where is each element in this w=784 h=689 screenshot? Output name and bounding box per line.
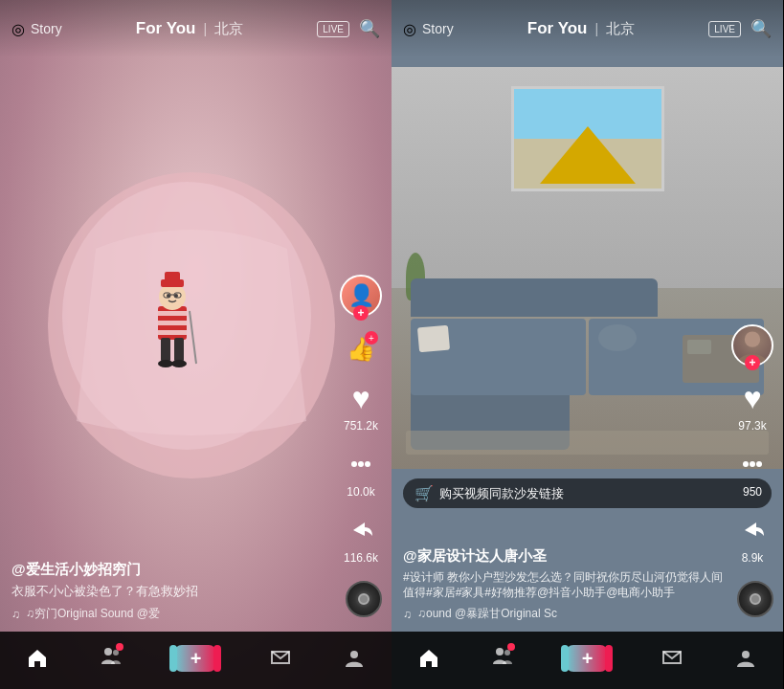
nav-friends-right[interactable] [492, 645, 513, 672]
avatar-container-right[interactable]: + [731, 324, 773, 367]
beijing-label-right[interactable]: 北京 [606, 20, 635, 38]
svg-point-29 [743, 461, 749, 467]
nav-divider-left: | [204, 21, 208, 36]
follow-plus-left[interactable]: + [353, 305, 369, 321]
comment-icon-left[interactable] [346, 449, 376, 479]
avatar-container-left[interactable]: 👤 + [340, 275, 382, 317]
heart-icon-right[interactable]: ♥ [744, 383, 762, 413]
nav-left-section-right: ◎ Story [403, 20, 454, 38]
description-left: 衣服不小心被染色了？有急救妙招 [11, 583, 334, 600]
nav-profile-right[interactable] [735, 648, 756, 669]
comment-icon-right[interactable] [737, 449, 768, 479]
for-you-label-right[interactable]: For You [527, 19, 588, 38]
bottom-info-right: @家居设计达人唐小圣 #设计师 教你小户型沙发怎么选？同时祝你历尽山河仍觉得人间… [403, 547, 726, 622]
nav-center-right: For You | 北京 [527, 19, 635, 38]
nav-home-left[interactable] [27, 648, 48, 669]
add-button-right[interactable]: + [566, 645, 608, 672]
svg-point-32 [496, 648, 504, 656]
svg-text:+: + [369, 333, 374, 344]
pillow-1 [417, 325, 450, 353]
music-disc-inner-left [358, 593, 370, 605]
live-badge-left[interactable]: LIVE [317, 21, 349, 37]
svg-point-6 [159, 283, 186, 310]
svg-point-31 [756, 461, 762, 467]
pillow-2 [598, 324, 637, 351]
nav-divider-right: | [595, 21, 599, 36]
heart-button-right[interactable]: ♥ 97.3k [734, 380, 771, 433]
share-icon-left[interactable] [346, 515, 376, 545]
music-note-right: ♫ [403, 608, 412, 621]
svg-rect-3 [158, 311, 187, 316]
username-right[interactable]: @家居设计达人唐小圣 [403, 547, 726, 566]
svg-point-25 [104, 648, 112, 656]
follow-plus-right[interactable]: + [745, 355, 760, 370]
video-content-left [19, 77, 372, 574]
right-panel: ◎ Story For You | 北京 LIVE 🔍 🛒 购买视频同款沙发链接 [392, 0, 783, 689]
nav-inbox-right[interactable] [661, 648, 683, 669]
nav-right-left: LIVE 🔍 [317, 18, 380, 39]
heart-icon-left[interactable]: ♥ [352, 383, 370, 413]
nav-center-left: For You | 北京 [136, 19, 243, 38]
nav-left-section: ◎ Story [11, 20, 62, 38]
notification-dot-right [507, 643, 515, 651]
carpet [406, 431, 769, 455]
svg-rect-15 [174, 338, 184, 362]
comments-count-right: 950 [743, 485, 762, 499]
svg-point-16 [158, 360, 173, 367]
nav-friends-left[interactable] [101, 645, 122, 672]
beijing-label-left[interactable]: 北京 [214, 20, 243, 38]
sofa-back [411, 278, 658, 317]
likes-count-right: 97.3k [738, 419, 766, 433]
share-icon-right[interactable] [737, 515, 768, 545]
svg-point-28 [745, 331, 760, 346]
nav-add-right[interactable]: + [566, 645, 608, 672]
add-button-left[interactable]: + [174, 645, 216, 672]
svg-rect-14 [161, 338, 170, 362]
music-disc-right [737, 581, 773, 617]
music-line-left: ♫ ♫穷门Original Sound @爱 [11, 606, 334, 622]
thumbs-icon-left[interactable]: 👍 + [343, 330, 379, 367]
nav-inbox-left[interactable] [270, 648, 291, 669]
svg-rect-8 [165, 272, 180, 281]
comments-count-left: 10.0k [347, 485, 374, 499]
nav-profile-left[interactable] [344, 648, 365, 669]
action-buttons-right: + ♥ 97.3k 950 [731, 324, 773, 565]
story-label-right[interactable]: Story [422, 21, 454, 36]
music-disc-inner-right [750, 593, 761, 605]
search-icon-left[interactable]: 🔍 [359, 18, 380, 39]
shopping-text[interactable]: 购买视频同款沙发链接 [439, 485, 564, 502]
share-button-right[interactable]: 8.9k [734, 512, 771, 565]
nav-add-left[interactable]: + [174, 645, 216, 672]
share-button-left[interactable]: 116.6k [343, 512, 379, 565]
username-left[interactable]: @爱生活小妙招穷门 [11, 561, 334, 579]
music-line-right: ♫ ♫ound @暴躁甘Original Sc [403, 606, 726, 622]
top-nav-left: ◎ Story For You | 北京 LIVE 🔍 [0, 0, 392, 57]
shares-count-right: 8.9k [742, 551, 764, 565]
heart-button-left[interactable]: ♥ 751.2k [343, 380, 379, 433]
story-label-left[interactable]: Story [31, 21, 62, 36]
music-text-right: ♫ound @暴躁甘Original Sc [417, 606, 557, 622]
nav-home-right[interactable] [418, 648, 439, 669]
svg-rect-5 [158, 330, 187, 335]
bottom-nav-left: + [0, 632, 392, 689]
notification-dot-left [116, 643, 123, 651]
nav-right-right: LIVE 🔍 [708, 18, 772, 39]
svg-point-27 [350, 651, 358, 658]
sofa-seat-1 [411, 319, 586, 395]
svg-point-23 [358, 461, 364, 467]
svg-rect-4 [158, 321, 187, 325]
bottom-nav-right: + [392, 632, 783, 689]
live-badge-right[interactable]: LIVE [708, 21, 741, 37]
shopping-banner[interactable]: 🛒 购买视频同款沙发链接 [403, 478, 772, 508]
svg-point-22 [351, 461, 357, 467]
like-button-left[interactable]: 👍 + [343, 330, 379, 367]
likes-count-left: 751.2k [344, 419, 378, 433]
svg-point-30 [750, 461, 755, 467]
video-content-right [392, 67, 783, 469]
top-nav-right: ◎ Story For You | 北京 LIVE 🔍 [392, 0, 783, 57]
search-icon-right[interactable]: 🔍 [750, 18, 772, 39]
comment-button-right[interactable]: 950 [734, 446, 771, 499]
for-you-label-left[interactable]: For You [136, 19, 196, 38]
comment-button-left[interactable]: 10.0k [343, 446, 379, 499]
music-disc-left [346, 581, 382, 617]
